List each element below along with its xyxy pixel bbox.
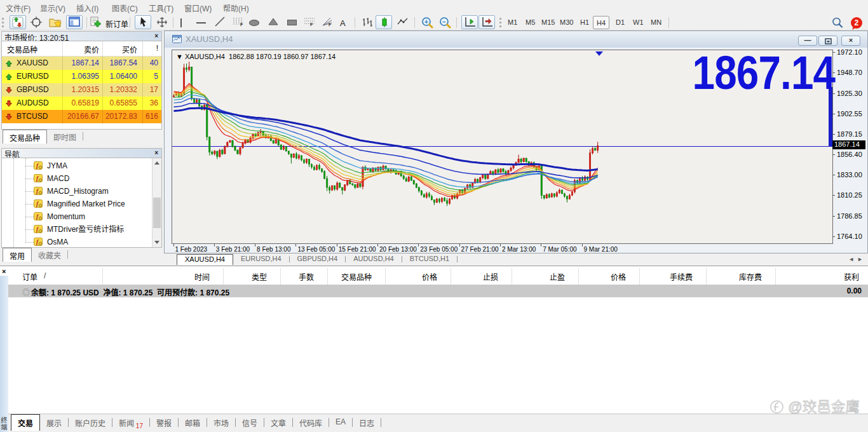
svg-text:+: + (424, 18, 428, 25)
svg-text:F: F (329, 22, 332, 27)
svg-text:−: − (442, 18, 446, 25)
svg-text:F: F (310, 22, 313, 27)
svg-text:F: F (240, 22, 243, 27)
svg-text:2: 2 (855, 18, 859, 27)
